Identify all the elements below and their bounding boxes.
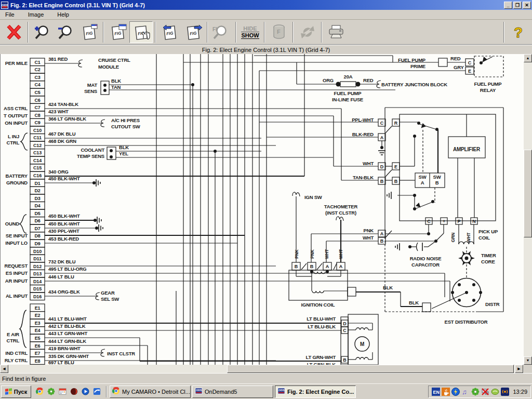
diagram-label: 424 TAN-BLK <box>48 101 78 107</box>
tray-antivirus-green-icon[interactable] <box>491 388 499 396</box>
zoom-out-button[interactable] <box>54 21 77 43</box>
app-icon: ODS <box>1 2 8 9</box>
fig-window-icon: FIG <box>109 23 127 41</box>
diagram-label: D <box>380 164 384 169</box>
scroll-down-button[interactable]: ▼ <box>524 356 532 365</box>
task-button-2[interactable]: ODSOnDemand5 <box>192 385 273 398</box>
svg-text:ODS: ODS <box>278 389 285 392</box>
diagram-label: PPL-WHT <box>352 117 374 123</box>
diagram-label: BATTERY <box>6 173 28 179</box>
menu-file[interactable]: File <box>3 11 17 18</box>
diagram-label: MODULE <box>98 64 119 70</box>
diagram-label: FUEL PUMP <box>398 57 426 63</box>
minimize-button[interactable]: _ <box>504 2 512 9</box>
diagram-label: C13 <box>33 150 42 155</box>
delete-button[interactable]: F <box>267 21 290 43</box>
quick-launch-media-player-icon[interactable] <box>81 387 90 396</box>
zoom-in-button[interactable] <box>31 21 54 43</box>
diagram-label: (INST CLSTR) <box>325 210 356 216</box>
toolbar-separator <box>503 22 504 43</box>
diagram-label: 430 PPL-WHT <box>48 228 79 234</box>
diagram-label: AL INPUT <box>6 293 28 299</box>
svg-text:EN: EN <box>433 390 440 395</box>
diagram-label: 419 BRN-WHT <box>48 345 81 351</box>
tray-icq-icon[interactable] <box>471 388 480 396</box>
diagram-label: WHT <box>466 232 471 243</box>
diagram-canvas[interactable]: C1C2C3C4C5C6C7C8C9C10C11C12C13C14C15C16D… <box>0 54 524 365</box>
diagram-label: C <box>468 60 472 65</box>
quick-launch-icq-flower-icon[interactable] <box>46 387 56 396</box>
close-figure-button[interactable] <box>2 21 25 43</box>
quick-launch-explorer-icon[interactable] <box>92 387 101 396</box>
diagram-label: D6 <box>34 218 40 223</box>
diagram-label: D11 <box>33 256 42 261</box>
tray-java-icon[interactable] <box>442 388 450 396</box>
diagram-label: TAN <box>111 84 121 90</box>
diagram-label: 444 LT GRN-BLK <box>48 338 86 344</box>
diagram-label: 446 LT BLU <box>48 274 74 280</box>
quick-launch-calendar-icon[interactable] <box>58 387 67 396</box>
diagram-label: REQUEST <box>4 263 28 269</box>
hide-show-button[interactable]: HIDE SHOW <box>238 21 262 43</box>
scroll-right-button[interactable]: ▶ <box>515 365 523 373</box>
scroll-up-button[interactable]: ▲ <box>524 54 532 62</box>
task-button-1[interactable]: My CAMARO • Detroit Cl... <box>110 385 191 398</box>
diagram-label: C5 <box>34 90 40 95</box>
previous-figure-button[interactable]: FIG <box>158 21 181 43</box>
restore-button[interactable]: ❐ <box>513 2 522 9</box>
diagram-label: L INJ <box>8 134 19 139</box>
svg-text:FIG: FIG <box>189 31 196 36</box>
menu-image[interactable]: Image <box>26 11 46 18</box>
tray-radio-signal-icon[interactable] <box>501 388 509 396</box>
task-button-3[interactable]: ODSFig. 2: Elect Engine Co... <box>275 385 356 398</box>
toolbar-separator <box>264 22 265 43</box>
diagram-label: GROUND <box>6 180 28 185</box>
diagram-label: D8 <box>34 233 40 238</box>
help-button[interactable]: ? <box>507 21 530 43</box>
ods-icon: ODS <box>277 387 285 396</box>
diagram-label: 495 LT BLU-ORG <box>48 266 87 272</box>
diagram-label: D3 <box>34 196 40 201</box>
diagram-label: CTRL <box>6 338 19 343</box>
svg-text:F: F <box>277 29 281 35</box>
diagram-label: RLY CTRL <box>5 357 28 363</box>
title-bar[interactable]: ODS Fig. 2: Elect Engine Control (3.1L V… <box>0 0 532 10</box>
figure-window-button[interactable]: FIG <box>106 21 129 43</box>
quick-launch-chrome-icon[interactable] <box>35 387 44 396</box>
diagram-label: D <box>343 321 347 326</box>
quick-launch-opera-icon[interactable] <box>69 387 78 396</box>
diagram-label: A <box>326 264 329 269</box>
diagram-label: D15 <box>33 286 42 291</box>
tray-network-offline-icon[interactable] <box>481 388 489 396</box>
find-button[interactable]: FIND <box>210 21 233 43</box>
toolbar: FIGFIGFIGFIGFIGFIND HIDE SHOWF? <box>0 20 532 45</box>
horizontal-scrollbar[interactable]: ◀▶ <box>0 365 524 373</box>
scroll-left-button[interactable]: ◀ <box>0 365 8 373</box>
tray-media-notes-icon[interactable]: ♫ <box>461 388 470 396</box>
diagram-label: P <box>458 219 461 224</box>
svg-text:?: ? <box>514 24 523 41</box>
next-figure-button[interactable]: FIG <box>181 21 205 43</box>
diagram-label: BLK <box>383 285 393 290</box>
vertical-scrollbar[interactable]: ▲▼ <box>524 54 532 365</box>
horizontal-scroll-thumb[interactable] <box>227 365 514 373</box>
tray-lang-indicator-icon[interactable]: EN <box>432 388 440 396</box>
svg-text:FIG: FIG <box>114 31 121 36</box>
refresh-button[interactable] <box>296 21 319 43</box>
close-button[interactable]: ✕ <box>523 2 531 9</box>
diagram-label: D7 <box>34 226 40 231</box>
print-button[interactable] <box>324 21 348 43</box>
vertical-scroll-thumb[interactable] <box>524 150 532 237</box>
diagram-label: C <box>427 219 431 224</box>
figure-list-button[interactable]: FIG <box>77 21 101 43</box>
fig-hand-icon: FIG <box>132 23 151 41</box>
tray-download-manager-icon[interactable] <box>451 388 460 396</box>
pan-hand-button[interactable]: FIG <box>129 21 153 43</box>
diagram-label: E1 <box>35 305 41 311</box>
diagram-label: SENS <box>84 88 97 94</box>
menu-help[interactable]: Help <box>55 11 71 18</box>
cylinder-icon: F <box>271 23 287 41</box>
diagram-label: 366 LT GRN-BLK <box>48 116 86 122</box>
start-button[interactable]: Пуск <box>1 385 31 398</box>
diagram-label: 335 DK GRN-WHT <box>48 353 89 359</box>
